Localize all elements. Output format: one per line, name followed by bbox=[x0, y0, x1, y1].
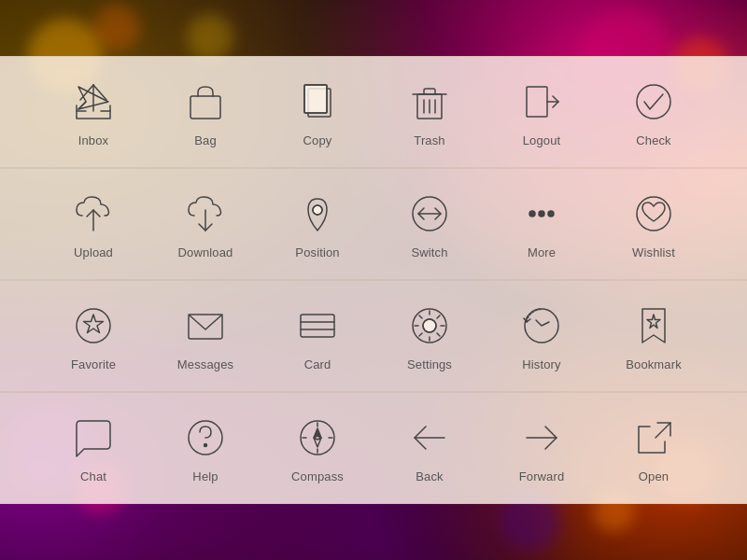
icon-row-1: Inbox Bag Copy bbox=[0, 56, 747, 168]
svg-marker-30 bbox=[84, 315, 104, 333]
history-label: History bbox=[522, 357, 560, 371]
check-label: Check bbox=[636, 133, 671, 147]
chat-icon bbox=[69, 413, 118, 462]
position-icon bbox=[293, 189, 342, 238]
forward-icon bbox=[517, 413, 566, 462]
history-button[interactable]: History bbox=[486, 301, 598, 371]
favorite-button[interactable]: Favorite bbox=[37, 301, 149, 371]
svg-point-28 bbox=[637, 197, 670, 231]
svg-point-49 bbox=[204, 443, 207, 446]
upload-label: Upload bbox=[74, 245, 113, 259]
copy-button[interactable]: Copy bbox=[261, 77, 374, 147]
svg-rect-7 bbox=[190, 96, 220, 119]
compass-button[interactable]: Compass bbox=[261, 413, 374, 483]
open-icon bbox=[629, 413, 678, 462]
history-icon bbox=[517, 301, 566, 350]
messages-label: Messages bbox=[177, 357, 233, 371]
favorite-label: Favorite bbox=[71, 357, 116, 371]
icon-row-2: Upload Download Position bbox=[0, 168, 747, 280]
check-icon bbox=[629, 77, 678, 126]
copy-label: Copy bbox=[303, 133, 332, 147]
bag-icon bbox=[181, 77, 230, 126]
position-button[interactable]: Position bbox=[261, 189, 374, 259]
bag-label: Bag bbox=[194, 133, 217, 147]
help-button[interactable]: Help bbox=[149, 413, 261, 483]
settings-button[interactable]: Settings bbox=[374, 301, 486, 371]
compass-label: Compass bbox=[291, 469, 344, 483]
open-button[interactable]: Open bbox=[598, 413, 710, 483]
svg-line-45 bbox=[419, 333, 422, 336]
back-button[interactable]: Back bbox=[374, 413, 486, 483]
chat-label: Chat bbox=[80, 469, 106, 483]
bookmark-button[interactable]: Bookmark bbox=[598, 301, 710, 371]
inbox-label: Inbox bbox=[78, 133, 108, 147]
forward-button[interactable]: Forward bbox=[486, 413, 598, 483]
bag-button[interactable]: Bag bbox=[149, 77, 261, 147]
more-icon bbox=[517, 189, 566, 238]
upload-icon bbox=[69, 189, 118, 238]
messages-icon bbox=[181, 301, 230, 350]
open-label: Open bbox=[639, 469, 669, 483]
forward-label: Forward bbox=[519, 469, 565, 483]
svg-point-26 bbox=[539, 211, 544, 217]
help-icon bbox=[181, 413, 230, 462]
svg-point-25 bbox=[529, 211, 535, 217]
bottom-spacer bbox=[0, 504, 747, 560]
settings-label: Settings bbox=[407, 357, 452, 371]
svg-line-44 bbox=[437, 315, 440, 318]
position-label: Position bbox=[295, 245, 339, 259]
top-spacer bbox=[0, 0, 747, 56]
download-button[interactable]: Download bbox=[149, 189, 261, 259]
card-label: Card bbox=[304, 357, 331, 371]
upload-button[interactable]: Upload bbox=[37, 189, 149, 259]
logout-icon bbox=[517, 77, 566, 126]
messages-button[interactable]: Messages bbox=[149, 301, 261, 371]
back-label: Back bbox=[416, 469, 443, 483]
svg-marker-56 bbox=[314, 438, 321, 447]
svg-line-43 bbox=[437, 333, 440, 336]
logout-label: Logout bbox=[523, 133, 561, 147]
chat-button[interactable]: Chat bbox=[37, 413, 149, 483]
svg-point-18 bbox=[637, 85, 670, 119]
copy-icon bbox=[293, 77, 342, 126]
switch-icon bbox=[405, 189, 454, 238]
logout-button[interactable]: Logout bbox=[486, 77, 598, 147]
check-button[interactable]: Check bbox=[598, 77, 710, 147]
switch-button[interactable]: Switch bbox=[374, 189, 486, 259]
inbox-button[interactable]: Inbox bbox=[37, 77, 149, 147]
back-icon bbox=[405, 413, 454, 462]
svg-line-1 bbox=[80, 85, 93, 100]
wishlist-label: Wishlist bbox=[632, 245, 675, 259]
switch-label: Switch bbox=[411, 245, 447, 259]
download-label: Download bbox=[178, 245, 233, 259]
trash-button[interactable]: Trash bbox=[374, 77, 486, 147]
icon-grid: Inbox Bag Copy bbox=[0, 0, 747, 560]
icon-row-3: Favorite Messages Card bbox=[0, 280, 747, 392]
favorite-icon bbox=[69, 301, 118, 350]
svg-line-59 bbox=[655, 423, 670, 438]
settings-icon bbox=[405, 301, 454, 350]
compass-icon bbox=[293, 413, 342, 462]
more-label: More bbox=[528, 245, 556, 259]
svg-marker-55 bbox=[314, 428, 321, 438]
bookmark-icon bbox=[629, 301, 678, 350]
svg-rect-9 bbox=[304, 85, 327, 113]
svg-point-27 bbox=[548, 211, 554, 217]
trash-icon bbox=[405, 77, 454, 126]
svg-rect-32 bbox=[301, 315, 334, 337]
card-icon bbox=[293, 301, 342, 350]
inbox-icon bbox=[69, 77, 118, 126]
svg-marker-47 bbox=[647, 315, 660, 329]
more-button[interactable]: More bbox=[486, 189, 598, 259]
bookmark-label: Bookmark bbox=[626, 357, 682, 371]
trash-label: Trash bbox=[414, 133, 444, 147]
icon-row-4: Chat Help Compass bbox=[0, 392, 747, 504]
wishlist-button[interactable]: Wishlist bbox=[598, 189, 710, 259]
wishlist-icon bbox=[629, 189, 678, 238]
download-icon bbox=[181, 189, 230, 238]
svg-rect-16 bbox=[527, 87, 547, 117]
help-label: Help bbox=[192, 469, 218, 483]
card-button[interactable]: Card bbox=[261, 301, 374, 371]
svg-line-42 bbox=[419, 315, 422, 318]
